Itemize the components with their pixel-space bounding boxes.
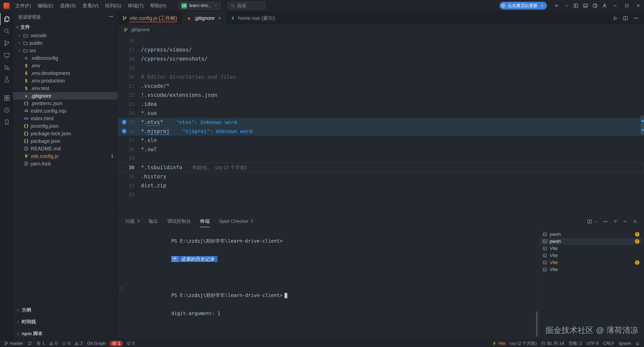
maximize-button[interactable] [621, 0, 632, 12]
maximize-panel-button[interactable] [623, 219, 628, 224]
terminal-list-item[interactable]: pwsh ! [540, 238, 642, 245]
editor-tab[interactable]: vite.config.js (工作树) [118, 12, 182, 25]
sidebar-section[interactable]: 大纲 [13, 304, 117, 316]
activity-search[interactable] [0, 25, 13, 37]
file-tree-item[interactable]: ⓘ README.md [13, 145, 117, 152]
terminal-profile-dropdown[interactable] [594, 220, 598, 224]
explorer-section-header[interactable]: 文件 [13, 23, 117, 32]
counter-secondary[interactable]: 0 [60, 340, 72, 347]
close-button[interactable] [632, 0, 644, 12]
close-panel-button[interactable] [632, 219, 637, 224]
activity-extensions[interactable] [0, 92, 13, 104]
activity-gitlens[interactable] [0, 104, 13, 116]
menu-item[interactable]: 选择(S) [57, 0, 79, 12]
forward-button[interactable] [561, 0, 571, 12]
menu-item[interactable]: 文件(F) [12, 0, 34, 12]
line-number: 25 [129, 118, 134, 127]
workspace-switcher[interactable]: LC learn-driv... [178, 2, 221, 10]
git-sync-status[interactable] [25, 340, 34, 347]
menu-item[interactable]: 编辑(E) [34, 0, 57, 12]
menu-item[interactable]: 终端(T) [125, 0, 147, 12]
global-search-box[interactable]: 搜索 [227, 2, 265, 10]
file-type-icon: {} [23, 123, 29, 128]
terminal-viewport[interactable]: PS E:\zzdsj\郑好学车\learn-drive-client> *还原… [118, 227, 538, 339]
terminal-list-item[interactable]: Vite [540, 245, 642, 252]
sidebar-section[interactable]: npm 脚本 [13, 328, 117, 339]
vite-status[interactable]: Vite [490, 340, 508, 347]
terminal-list-item[interactable]: pwsh ! [540, 231, 642, 238]
file-tree-item[interactable]: {} package-lock.json [13, 130, 117, 137]
breadcrumb[interactable]: .gitignore [118, 25, 644, 35]
panel-tab[interactable]: 终端 [200, 216, 210, 227]
menu-item[interactable]: 查看(V) [79, 0, 102, 12]
file-tree-item[interactable]: .vscode [13, 32, 117, 39]
file-tree-item[interactable]: {} jsconfig.json [13, 122, 117, 130]
more-actions-button[interactable] [603, 219, 608, 224]
file-tree-item[interactable]: src [13, 47, 117, 54]
error-badge[interactable]: 1 [110, 341, 123, 346]
sidebar-more-actions-button[interactable] [109, 14, 113, 20]
toggle-secondary-sidebar-button[interactable] [590, 0, 600, 12]
problems-warnings[interactable]: 0 [47, 340, 59, 347]
activity-explorer[interactable] [0, 13, 13, 25]
restart-to-update-button[interactable]: 点击重启以更新 [500, 2, 547, 10]
activity-bookmarks[interactable] [0, 116, 13, 128]
account-button[interactable] [600, 0, 609, 12]
file-tree-item[interactable]: $ .env.production [13, 77, 117, 84]
file-tree-item[interactable]: ⚙ .editorconfig [13, 54, 117, 62]
terminal-list-item[interactable]: Vite ! [540, 259, 642, 266]
problems-errors[interactable]: 1 [34, 340, 47, 347]
terminal-settings-button[interactable] [613, 219, 618, 224]
cursor-position[interactable]: 行 30, 列 14 [539, 340, 567, 347]
warnings-secondary[interactable]: 2 [72, 340, 85, 347]
git-blame-status[interactable]: ccy (2 个月前) [508, 340, 539, 347]
git-graph-button[interactable]: Git Graph [85, 340, 108, 347]
info-counter[interactable]: 0 [124, 340, 137, 347]
panel-tab[interactable]: 输出 [148, 216, 158, 227]
file-tree-item[interactable]: ⓨ yarn.lock [13, 160, 117, 167]
terminal-list-item[interactable]: Vite [540, 252, 642, 259]
file-tree-item[interactable]: JS eslint.config.mjs [13, 107, 117, 115]
minimize-button[interactable] [609, 0, 621, 12]
menu-item[interactable]: 帮助(H) [147, 0, 170, 12]
file-tree-item[interactable]: public [13, 39, 117, 47]
language-mode[interactable]: Ignore [617, 340, 633, 347]
file-tree-item[interactable]: {} package.json [13, 137, 117, 145]
git-branch-status[interactable]: master [2, 340, 25, 347]
file-tree-item[interactable]: $ .env.test [13, 84, 117, 92]
file-tree-item[interactable]: $ .env [13, 62, 117, 69]
split-editor-button[interactable] [623, 16, 628, 21]
more-actions-button[interactable] [633, 16, 638, 21]
run-button[interactable] [613, 16, 618, 21]
file-tree-item[interactable]: ◆ .gitignore [13, 92, 117, 100]
encoding[interactable]: UTF-8 [584, 340, 601, 347]
spell-info-icon [122, 129, 127, 134]
toggle-panel-button[interactable] [581, 0, 590, 12]
panel-tab[interactable]: 问题 3 [125, 216, 139, 227]
menu-item[interactable]: 转到(G) [102, 0, 125, 12]
terminal-scrollbar[interactable] [536, 311, 538, 336]
back-button[interactable] [552, 0, 561, 12]
activity-run-debug[interactable] [0, 61, 13, 73]
file-tree-item[interactable]: <> index.html [13, 115, 117, 122]
file-tree-item[interactable]: $ .env.development [13, 69, 117, 77]
activity-remote-explorer[interactable] [0, 49, 13, 61]
close-tab-icon[interactable]: × [218, 16, 221, 21]
panel-tab[interactable]: Spell Checker 2 [219, 216, 253, 227]
notifications-bell[interactable] [633, 340, 642, 347]
sidebar-section[interactable]: 时间线 [13, 316, 117, 328]
file-tree-item[interactable]: V vite.config.js 1 [13, 152, 117, 160]
editor-tab[interactable]: ◆ .gitignore × [182, 12, 226, 25]
editor-tab[interactable]: V home.vue (索引) [226, 12, 280, 25]
split-terminal-button[interactable] [587, 219, 592, 224]
terminal-list-item[interactable]: Vite [540, 266, 642, 273]
activity-source-control[interactable] [0, 37, 13, 49]
file-name: src [29, 48, 36, 54]
eol-sequence[interactable]: CRLF [601, 340, 616, 347]
code-editor[interactable]: 16 17 /cypress/videos/ [118, 35, 644, 215]
indentation[interactable]: 空格: 2 [566, 340, 584, 347]
activity-testing[interactable] [0, 73, 13, 85]
file-tree-item[interactable]: {} .prettierrc.json [13, 100, 117, 107]
toggle-sidebar-button[interactable] [571, 0, 581, 12]
panel-tab[interactable]: 调试控制台 [167, 216, 191, 227]
